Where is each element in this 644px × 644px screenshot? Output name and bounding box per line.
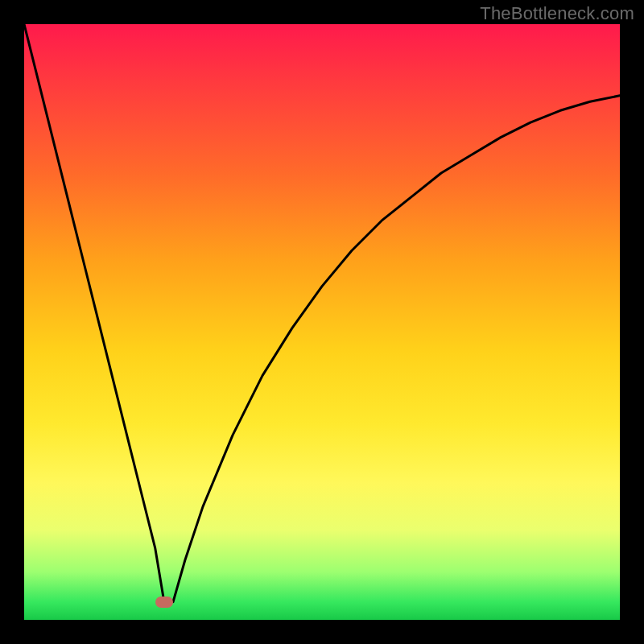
bottleneck-curve — [24, 24, 620, 620]
optimal-marker — [155, 597, 173, 608]
chart-frame: TheBottleneck.com — [0, 0, 644, 644]
chart-plot-area — [24, 24, 620, 620]
curve-path — [24, 24, 620, 602]
watermark-text: TheBottleneck.com — [480, 3, 634, 24]
